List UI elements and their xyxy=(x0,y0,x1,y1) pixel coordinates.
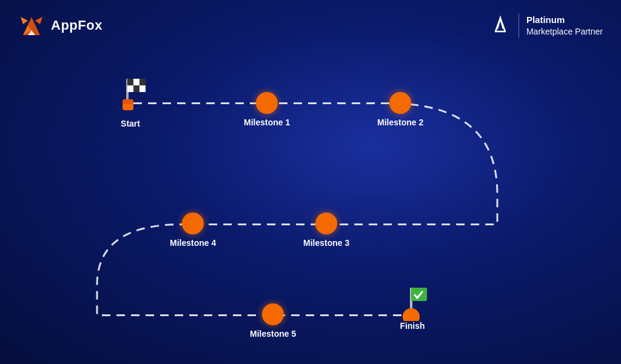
partner-line2: Marketplace Partner xyxy=(526,26,603,38)
svg-point-15 xyxy=(403,308,420,321)
milestone-4: Milestone 4 xyxy=(170,213,216,248)
svg-rect-7 xyxy=(127,79,133,85)
milestone-4-dot xyxy=(182,213,204,234)
milestone-5-label: Milestone 5 xyxy=(250,329,296,339)
milestone-5-dot xyxy=(262,303,284,325)
svg-rect-11 xyxy=(123,99,133,104)
finish-icon xyxy=(394,282,431,321)
header: AppFox Platinum Marketplace Partner xyxy=(0,0,621,51)
milestone-5: Milestone 5 xyxy=(250,303,296,339)
milestone-3-dot xyxy=(315,213,337,234)
start-node: Start xyxy=(109,73,152,128)
finish-label: Finish xyxy=(400,321,425,331)
logo: AppFox xyxy=(18,12,102,39)
svg-marker-2 xyxy=(21,17,28,24)
milestone-1-label: Milestone 1 xyxy=(244,117,290,127)
logo-text: AppFox xyxy=(51,18,102,33)
partner-badge: Platinum Marketplace Partner xyxy=(489,13,603,38)
milestone-2-dot xyxy=(389,92,411,114)
appfox-logo-icon xyxy=(18,12,45,39)
atlassian-logo-icon xyxy=(489,15,511,36)
milestone-2-label: Milestone 2 xyxy=(377,117,423,127)
milestone-1-dot xyxy=(256,92,278,114)
svg-rect-9 xyxy=(133,85,139,92)
start-label: Start xyxy=(121,119,140,128)
milestone-4-label: Milestone 4 xyxy=(170,238,216,248)
divider xyxy=(519,13,519,38)
svg-rect-8 xyxy=(139,79,146,85)
milestone-3: Milestone 3 xyxy=(303,213,349,248)
background: AppFox Platinum Marketplace Partner xyxy=(0,0,621,364)
path-svg xyxy=(0,55,621,364)
partner-line1: Platinum xyxy=(526,13,603,26)
roadmap-area: Start Milestone 1 Milestone 2 Milestone … xyxy=(0,55,621,364)
milestone-1: Milestone 1 xyxy=(244,92,290,127)
partner-text: Platinum Marketplace Partner xyxy=(526,13,603,38)
milestone-3-label: Milestone 3 xyxy=(303,238,349,248)
milestone-2: Milestone 2 xyxy=(377,92,423,127)
svg-marker-3 xyxy=(35,17,42,24)
start-icon xyxy=(109,73,152,115)
finish-node: Finish xyxy=(394,282,431,331)
